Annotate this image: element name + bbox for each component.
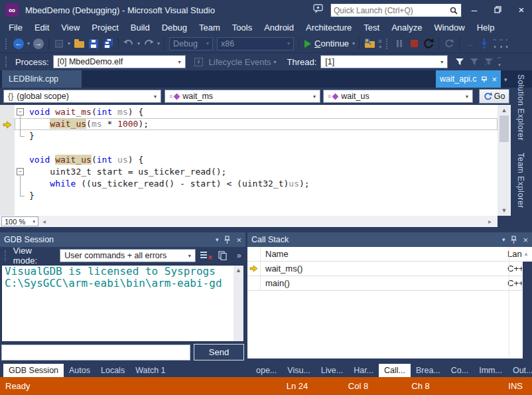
stop-debugging-icon[interactable]: [407, 37, 421, 51]
scope-combo[interactable]: {} (global scope) ▾: [3, 90, 161, 103]
call-stack-row-wait-ms[interactable]: wait_ms() C++: [247, 262, 522, 276]
window-position-dropdown-icon[interactable]: ▾: [502, 236, 505, 243]
navigate-back-dropdown-icon[interactable]: ▾: [27, 40, 30, 46]
bottom-tab-co[interactable]: Co...: [446, 364, 474, 377]
redo-icon[interactable]: [142, 37, 155, 51]
save-icon[interactable]: [87, 37, 100, 51]
gdb-log-output[interactable]: VisualGDB is licensed to SysprogsC:\SysG…: [1, 265, 244, 342]
pin-panel-icon[interactable]: [511, 236, 517, 244]
method-combo-right[interactable]: ≡ wait_us ▾: [323, 90, 473, 103]
fold-collapse-icon[interactable]: −: [17, 168, 24, 175]
menu-item-android[interactable]: Android: [258, 21, 300, 34]
menu-item-file[interactable]: File: [3, 21, 29, 34]
window-position-dropdown-icon[interactable]: ▾: [216, 236, 219, 243]
restore-button[interactable]: [488, 0, 507, 19]
show-next-statement-icon[interactable]: →: [463, 37, 476, 51]
menu-item-tools[interactable]: Tools: [226, 21, 258, 34]
scroll-right-icon[interactable]: ▸: [488, 218, 492, 225]
menu-item-architecture[interactable]: Architecture: [300, 21, 358, 34]
menu-item-test[interactable]: Test: [358, 21, 385, 34]
thread-combo[interactable]: [1]▾: [320, 55, 448, 68]
menu-item-window[interactable]: Window: [428, 21, 470, 34]
view-mode-combo[interactable]: User commands + all errors▾: [60, 249, 196, 262]
close-tab-icon[interactable]: ×: [492, 74, 497, 84]
new-project-dropdown-icon[interactable]: ▾: [68, 40, 70, 46]
close-button[interactable]: ×: [511, 0, 532, 19]
solution-platform-combo[interactable]: x86▾: [217, 37, 294, 50]
name-column-header[interactable]: Name: [261, 249, 507, 259]
continue-play-icon[interactable]: [304, 40, 311, 48]
continue-dropdown-icon[interactable]: ▾: [352, 40, 355, 46]
restart-icon[interactable]: [422, 37, 435, 51]
scrollbar-track[interactable]: [523, 262, 532, 358]
navigate-back-icon[interactable]: ←: [12, 37, 25, 51]
new-project-icon[interactable]: [52, 37, 66, 51]
filter-threads-icon[interactable]: [453, 54, 466, 69]
send-button[interactable]: Send: [194, 344, 244, 360]
scroll-down-icon[interactable]: ▼: [498, 207, 511, 214]
bottom-tab-watch-1[interactable]: Watch 1: [130, 364, 170, 377]
menu-item-edit[interactable]: Edit: [29, 21, 55, 34]
open-file-icon[interactable]: [72, 37, 86, 51]
menu-item-team[interactable]: Team: [193, 21, 226, 34]
document-tab-wait-api[interactable]: wait_api.c ×: [436, 70, 501, 88]
search-icon[interactable]: [446, 7, 461, 15]
scroll-up-icon[interactable]: ▲: [523, 251, 529, 257]
menu-item-debug[interactable]: Debug: [156, 21, 193, 34]
toolbar-grip[interactable]: [5, 56, 9, 67]
editor-vertical-scrollbar[interactable]: ▲ ▼: [498, 105, 511, 216]
scroll-up-icon[interactable]: ▲: [498, 107, 511, 114]
scroll-up-icon[interactable]: ▲: [233, 267, 243, 274]
frame-name[interactable]: wait_ms(): [261, 264, 507, 274]
call-stack-row-main[interactable]: main() C++: [247, 276, 522, 291]
bottom-tab-locals[interactable]: Locals: [96, 364, 130, 377]
menu-item-analyze[interactable]: Analyze: [385, 21, 428, 34]
document-tab-ledblink[interactable]: LEDBlink.cpp: [2, 70, 82, 88]
process-combo[interactable]: [0] MbedDemo.elf▾: [53, 55, 186, 68]
apply-code-changes-icon[interactable]: [442, 37, 456, 51]
close-panel-icon[interactable]: ×: [523, 235, 528, 245]
navigate-forward-icon[interactable]: →: [32, 37, 45, 51]
attach-to-process-icon[interactable]: [363, 37, 376, 51]
bottom-tab-out[interactable]: Out...: [507, 364, 532, 377]
language-column-header[interactable]: Lang: [507, 249, 522, 259]
gdb-log-scrollbar[interactable]: ▲: [233, 266, 243, 341]
continue-button[interactable]: Continue: [314, 39, 349, 48]
clear-log-icon[interactable]: ×: [200, 249, 212, 262]
break-all-icon[interactable]: [393, 37, 406, 51]
bottom-tab-brea[interactable]: Brea...: [411, 364, 446, 377]
bottom-tab-imm[interactable]: Imm...: [474, 364, 507, 377]
step-out-icon[interactable]: '▾: [505, 39, 508, 49]
scrollbar-thumb[interactable]: [499, 116, 509, 142]
bottom-tab-ope[interactable]: ope...: [251, 364, 282, 377]
menu-item-help[interactable]: Help: [471, 21, 501, 34]
scroll-left-icon[interactable]: ◂: [42, 218, 46, 225]
editor-zoom-combo[interactable]: 100 %▾: [1, 216, 38, 226]
solution-configuration-combo[interactable]: Debug▾: [169, 37, 213, 50]
undo-dropdown-icon[interactable]: ▾: [137, 40, 140, 46]
toolbar-overflow-icon[interactable]: ''▾: [499, 39, 503, 49]
bottom-tab-har[interactable]: Har...: [348, 364, 379, 377]
lifecycle-events-button[interactable]: Lifecycle Events: [209, 57, 271, 67]
go-button[interactable]: Go: [479, 89, 509, 104]
lifecycle-events-dropdown-icon[interactable]: ▾: [274, 59, 277, 65]
side-tab-solution-explorer[interactable]: Solution Explorer: [516, 74, 525, 141]
toolbar-options-overflow-icon[interactable]: ≡▾: [378, 39, 382, 49]
close-panel-icon[interactable]: ×: [236, 235, 241, 245]
frame-name[interactable]: main(): [261, 278, 507, 288]
feedback-smiley-icon[interactable]: [313, 4, 325, 15]
undo-icon[interactable]: [122, 37, 135, 51]
menu-item-view[interactable]: View: [55, 21, 86, 34]
menu-item-build[interactable]: Build: [125, 21, 156, 34]
bottom-tab-gdb-session[interactable]: GDB Session: [3, 364, 64, 377]
call-stack-scrollbar[interactable]: ▲: [523, 247, 532, 358]
side-tab-team-explorer[interactable]: Team Explorer: [516, 153, 525, 208]
redo-dropdown-icon[interactable]: ▾: [157, 40, 160, 46]
method-combo-left[interactable]: ≡ wait_ms ▾: [165, 90, 320, 103]
bottom-tab-live[interactable]: Live...: [316, 364, 348, 377]
copy-icon[interactable]: [216, 249, 229, 262]
step-over-icon[interactable]: ''▾: [493, 39, 496, 49]
step-into-icon[interactable]: [478, 37, 491, 51]
pin-panel-icon[interactable]: [224, 236, 230, 244]
minimize-button[interactable]: –: [464, 0, 484, 19]
